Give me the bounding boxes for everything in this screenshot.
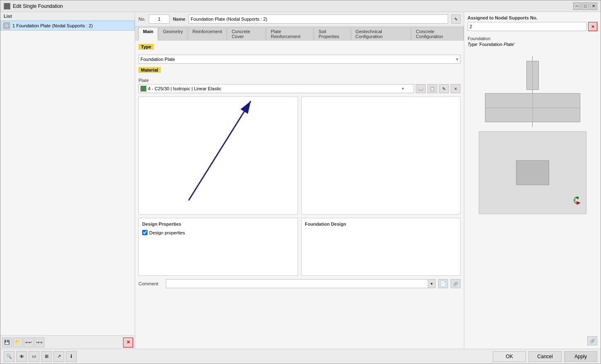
design-row: Design Properties Design properties Foun…	[138, 218, 460, 276]
dialog-buttons: OK Cancel Apply	[493, 351, 597, 362]
content-area: List 1 Foundation Plate (Nodal Supports …	[0, 12, 601, 349]
redo-left-button[interactable]: ↪↪	[34, 337, 44, 347]
column-shape	[526, 61, 539, 90]
plan-preview: x y	[479, 131, 586, 214]
tab-reinforcement[interactable]: Reinforcement	[188, 27, 227, 40]
tab-geometry[interactable]: Geometry	[158, 27, 187, 40]
title-bar-buttons: ─ □ ✕	[573, 2, 597, 10]
elevation-preview	[485, 56, 580, 127]
assigned-input[interactable]	[468, 22, 586, 31]
name-edit-button[interactable]: ✎	[451, 14, 460, 24]
tab-plate-reinforcement[interactable]: Plate Reinforcement	[266, 27, 313, 40]
content-grid	[138, 96, 460, 215]
main-window: Edit Single Foundation ─ □ ✕ List 1 Foun…	[0, 0, 601, 364]
type-dropdown[interactable]: Foundation Plate	[138, 55, 460, 64]
list-header: List	[0, 12, 135, 21]
material-dropdown-arrow: ▼	[401, 87, 405, 91]
title-bar: Edit Single Foundation ─ □ ✕	[0, 0, 601, 12]
no-input[interactable]	[149, 14, 170, 24]
plate-label: Plate	[138, 78, 460, 83]
right-panel: Assigned to Nodal Supports No. ✕ Foundat…	[464, 12, 601, 349]
arrow-annotation	[139, 97, 298, 213]
name-input[interactable]	[189, 14, 448, 24]
left-content-box	[138, 96, 298, 215]
right-content-box	[301, 96, 461, 215]
search-bottom-button[interactable]: 🔍	[4, 351, 15, 362]
type-dropdown-container: Foundation Plate ▼	[138, 55, 460, 64]
tab-concrete-cover[interactable]: Concrete Cover	[227, 27, 266, 40]
bottom-toolbar: 🔍 👁 ▭ ⊞ ↗ ℹ OK Cancel Apply	[0, 349, 601, 364]
window-close-button[interactable]: ✕	[590, 2, 597, 10]
preview-area: x y	[468, 52, 597, 335]
column-and-plate-preview	[485, 56, 580, 127]
open-left-button[interactable]: 📁	[13, 337, 23, 347]
mid-tick	[532, 90, 533, 93]
foundation-label: Foundation	[468, 36, 597, 41]
grid-bottom-button[interactable]: ⊞	[41, 351, 52, 362]
link-bottom-button[interactable]: ↗	[53, 351, 64, 362]
svg-text:x: x	[577, 202, 579, 205]
comment-dropdown-button[interactable]: ▼	[428, 280, 435, 288]
material-select[interactable]: 4 - C25/30 | Isotropic | Linear Elastic …	[138, 84, 414, 93]
material-edit-button[interactable]: ✎	[439, 84, 449, 93]
column-plan-shape	[516, 160, 549, 185]
ok-button[interactable]: OK	[493, 351, 526, 362]
comment-label: Comment	[138, 281, 163, 286]
svg-text:y: y	[573, 198, 575, 202]
plan-inner: x y	[479, 132, 586, 214]
design-properties-box: Design Properties Design properties	[138, 218, 298, 276]
window-title: Edit Single Foundation	[13, 3, 63, 9]
assigned-input-row: ✕	[468, 22, 597, 31]
list-item[interactable]: 1 Foundation Plate (Nodal Supports : 2)	[0, 21, 135, 31]
tab-soil-properties[interactable]: Soil Properties	[314, 27, 350, 40]
svg-line-2	[189, 101, 251, 200]
foundation-design-header: Foundation Design	[305, 222, 457, 227]
preview-toolbar: 🔗	[468, 336, 597, 345]
info-bottom-button[interactable]: ℹ	[66, 351, 77, 362]
undo-left-button[interactable]: ↩↩	[24, 337, 34, 347]
tab-main[interactable]: Main	[138, 27, 158, 41]
box-bottom-button[interactable]: ▭	[29, 351, 39, 362]
apply-button[interactable]: Apply	[564, 351, 597, 362]
axis-indicator: x y	[569, 197, 581, 210]
axis-svg: x y	[569, 197, 581, 209]
design-properties-checkbox-label: Design properties	[149, 230, 185, 235]
preview-extra-button[interactable]: 🔗	[587, 336, 597, 345]
minimize-button[interactable]: ─	[573, 2, 581, 10]
column-centerline	[532, 61, 533, 89]
material-color-swatch	[141, 86, 146, 92]
comment-input[interactable]	[166, 280, 428, 288]
maximize-button[interactable]: □	[582, 2, 589, 10]
comment-row: Comment ▼ 📄 🔗	[138, 279, 460, 288]
type-section-label: Type	[138, 44, 154, 50]
design-properties-checkbox-row: Design properties	[142, 230, 294, 235]
material-copy-button[interactable]: 📋	[427, 84, 437, 93]
cancel-button[interactable]: Cancel	[528, 351, 562, 362]
comment-extra-button[interactable]: 🔗	[451, 279, 460, 288]
type-row: Foundation Plate ▼	[138, 55, 460, 64]
tab-content-main: Type Foundation Plate ▼ Material Plate	[135, 41, 464, 349]
foundation-design-box: Foundation Design	[301, 218, 461, 276]
comment-file-button[interactable]: 📄	[438, 279, 448, 288]
design-properties-checkbox[interactable]	[142, 230, 148, 235]
window-icon	[4, 3, 10, 10]
design-properties-header: Design Properties	[142, 222, 294, 227]
top-tick	[532, 56, 533, 61]
left-panel-toolbar: 💾 📁 ↩↩ ↪↪ ✕	[0, 335, 135, 349]
tab-geotechnical-configuration[interactable]: Geotechnical Configuration	[351, 27, 411, 40]
tab-concrete-configuration[interactable]: Concrete Configuration	[411, 27, 464, 40]
save-left-button[interactable]: 💾	[2, 337, 12, 347]
material-row: 4 - C25/30 | Isotropic | Linear Elastic …	[138, 84, 460, 93]
material-book-button[interactable]: 📖	[416, 84, 426, 93]
tabs-bar: Main Geometry Reinforcement Concrete Cov…	[135, 27, 464, 41]
list-item-text: 1 Foundation Plate (Nodal Supports : 2)	[12, 23, 93, 28]
title-bar-left: Edit Single Foundation	[4, 3, 63, 10]
view-bottom-button[interactable]: 👁	[16, 351, 27, 362]
delete-button[interactable]: ✕	[123, 337, 133, 347]
material-delete-button[interactable]: ✕	[451, 84, 460, 93]
assigned-header: Assigned to Nodal Supports No.	[468, 15, 597, 20]
plate-shape	[485, 93, 580, 122]
main-header: No. Name ✎	[135, 12, 464, 27]
left-panel: List 1 Foundation Plate (Nodal Supports …	[0, 12, 135, 349]
assigned-delete-button[interactable]: ✕	[588, 22, 597, 31]
